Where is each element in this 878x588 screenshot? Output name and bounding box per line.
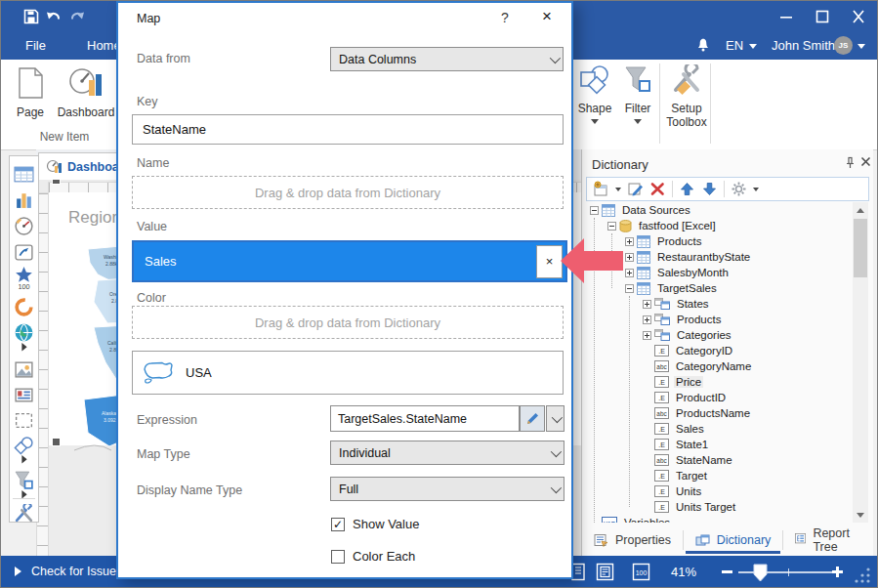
tree-node-price[interactable]: .EPrice — [586, 374, 856, 390]
shapes-small-icon[interactable] — [14, 436, 34, 456]
donut-icon[interactable] — [14, 297, 34, 317]
tree-node-salesbymonth[interactable]: SalesbyMonth — [586, 265, 856, 280]
gauge-icon[interactable] — [14, 216, 34, 236]
value-field[interactable]: Sales × — [132, 240, 567, 282]
card-icon[interactable] — [14, 385, 34, 405]
table-icon[interactable] — [14, 164, 34, 185]
scroll-down-button[interactable] — [853, 507, 868, 523]
tree-node-sales[interactable]: .ESales — [586, 421, 856, 437]
caret-down-icon[interactable] — [615, 188, 621, 191]
expression-edit-button[interactable] — [520, 405, 545, 432]
save-icon[interactable] — [22, 8, 40, 25]
map-selector[interactable]: USA — [132, 351, 564, 395]
scrollbar-thumb[interactable] — [854, 219, 867, 277]
window-close-icon[interactable] — [850, 9, 867, 24]
more-icon[interactable] — [14, 343, 34, 352]
tab-report-tree[interactable]: Report Tree — [783, 525, 873, 556]
expand-icon[interactable] — [625, 253, 634, 262]
resize-grip-icon[interactable] — [853, 566, 872, 585]
value-clear-icon[interactable]: × — [536, 245, 563, 278]
tree-node-productid[interactable]: .EProductID — [586, 390, 856, 405]
image-icon[interactable] — [14, 359, 34, 380]
selection-handle[interactable] — [52, 180, 61, 185]
caret-down-icon[interactable] — [857, 44, 865, 49]
expression-dropdown-button[interactable] — [546, 405, 564, 432]
indicator-icon[interactable] — [14, 242, 34, 263]
tree-node-states[interactable]: States — [586, 296, 856, 312]
scroll-up-button[interactable] — [853, 202, 868, 218]
color-each-checkbox[interactable] — [331, 550, 345, 564]
data-from-select[interactable]: Data Columns — [330, 47, 564, 71]
expand-icon[interactable] — [643, 331, 651, 340]
tree-node-variables[interactable]: VARVariables — [586, 515, 856, 523]
tree-node-data-sources[interactable]: Data Sources — [586, 202, 856, 218]
tree-node-productsname[interactable]: abcProductsName — [586, 405, 856, 421]
tab-dictionary[interactable]: Dictionary — [684, 525, 783, 556]
selection-handle[interactable] — [52, 438, 61, 446]
language-selector[interactable]: EN — [726, 38, 743, 53]
zoom-out-button[interactable] — [722, 570, 732, 573]
expand-icon[interactable] — [643, 300, 651, 309]
setup-toolbox-button[interactable]: Setup Toolbox — [665, 64, 708, 129]
minimize-icon[interactable] — [777, 9, 795, 24]
filter-button[interactable]: Filter — [620, 64, 655, 124]
map-type-select[interactable]: Individual — [330, 441, 564, 465]
tree-node-categoryid[interactable]: .ECategoryID — [586, 343, 856, 358]
show-value-checkbox[interactable]: ✓ — [331, 518, 345, 531]
expand-icon[interactable] — [643, 315, 651, 324]
bell-icon[interactable] — [695, 37, 711, 53]
caret-down-icon[interactable] — [753, 188, 759, 191]
tree-node-targetsales[interactable]: TargetSales — [586, 280, 856, 296]
shape-button[interactable]: Shape — [575, 64, 614, 124]
page-button[interactable]: Page — [13, 66, 48, 119]
up-icon[interactable] — [679, 181, 695, 197]
panel-close-icon[interactable] — [860, 156, 871, 167]
display-name-type-select[interactable]: Full — [330, 477, 564, 501]
tree-scrollbar[interactable] — [853, 202, 868, 523]
more-icon[interactable] — [14, 455, 34, 464]
edit-icon[interactable] — [627, 181, 644, 197]
expression-input[interactable]: TargetSales.StateName — [330, 405, 520, 432]
dashboard-button[interactable]: Dashboard — [56, 66, 116, 119]
tree-node-fastfood-excel-[interactable]: fastfood [Excel] — [586, 218, 856, 233]
toolbox-small-icon[interactable] — [14, 504, 34, 525]
pin-icon[interactable] — [844, 156, 857, 169]
key-input[interactable]: StateName — [132, 114, 564, 145]
star100-icon[interactable]: 100 — [14, 268, 34, 288]
chart-icon[interactable] — [14, 189, 34, 210]
color-each-option[interactable]: Color Each — [331, 549, 415, 564]
expand-icon[interactable] — [625, 269, 634, 277]
maximize-icon[interactable] — [814, 9, 831, 24]
view-100-icon[interactable]: 100 — [631, 562, 651, 582]
collapse-icon[interactable] — [625, 284, 634, 293]
redo-icon[interactable] — [68, 8, 86, 25]
check-for-issues[interactable]: Check for Issues — [15, 565, 122, 578]
panel-icon[interactable] — [14, 410, 34, 431]
tree-node-restaurantbystate[interactable]: RestaurantbyState — [586, 249, 856, 265]
dialog-close-icon[interactable]: × — [542, 7, 552, 26]
zoom-slider-thumb[interactable] — [753, 564, 768, 582]
dialog-help-icon[interactable]: ? — [501, 10, 509, 25]
name-dropzone[interactable]: Drag & drop data from Dictionary — [132, 176, 564, 209]
filter-small-icon[interactable] — [14, 471, 34, 491]
new-datasource-icon[interactable] — [593, 181, 609, 197]
undo-icon[interactable] — [45, 8, 63, 25]
tree-node-products[interactable]: Products — [586, 312, 856, 327]
down-icon[interactable] — [701, 181, 718, 197]
show-value-option[interactable]: ✓ Show Value — [331, 517, 419, 531]
collapse-icon[interactable] — [590, 206, 599, 215]
gear-icon[interactable] — [731, 181, 747, 197]
tab-properties[interactable]: Properties — [582, 525, 683, 556]
collapse-icon[interactable] — [607, 222, 616, 231]
tree-node-categoryname[interactable]: abcCategoryName — [586, 358, 856, 374]
user-name[interactable]: John Smith — [772, 38, 835, 53]
tree-node-target[interactable]: .ETarget — [586, 468, 856, 483]
view-layout-icon[interactable] — [595, 562, 615, 582]
color-dropzone[interactable]: Drag & drop data from Dictionary — [132, 306, 564, 339]
tree-node-units[interactable]: .EUnits — [586, 483, 856, 499]
caret-down-icon[interactable] — [749, 44, 757, 49]
tree-node-statename[interactable]: abcStateName — [586, 452, 856, 468]
tree-node-categories[interactable]: Categories — [586, 327, 856, 343]
avatar[interactable]: JS — [834, 36, 853, 55]
expand-icon[interactable] — [625, 237, 634, 246]
